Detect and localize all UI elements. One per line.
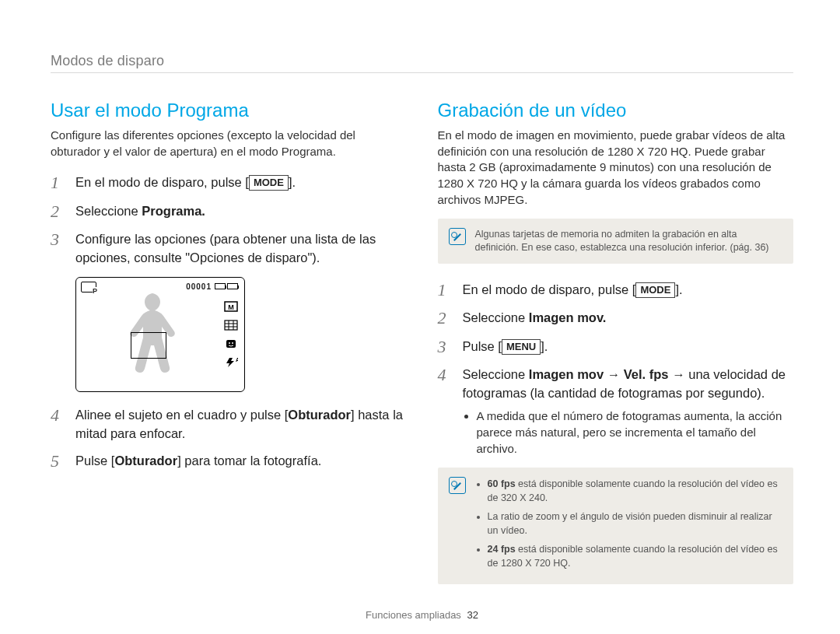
- step-text: En el modo de disparo, pulse [: [463, 282, 636, 296]
- step-body: Seleccione Imagen mov → Vel. fps → una v…: [463, 366, 794, 457]
- step-number: 2: [438, 309, 452, 328]
- steps-list: 1 En el modo de disparo, pulse [MODE]. 2…: [51, 173, 407, 267]
- step-number: 5: [51, 452, 65, 471]
- step-1: 1 En el modo de disparo, pulse [MODE].: [438, 281, 794, 299]
- mode-button-label: MODE: [635, 282, 675, 298]
- divider: [51, 72, 793, 73]
- step-body: Seleccione Programa.: [75, 202, 205, 221]
- step-number: 1: [51, 173, 65, 192]
- note-text: está disponible solamente cuando la reso…: [488, 544, 778, 569]
- step-text: Seleccione: [75, 204, 142, 218]
- step-3: 3 Configure las opciones (para obtener u…: [51, 230, 407, 268]
- step-number: 3: [51, 230, 65, 268]
- step-body: Seleccione Imagen mov.: [463, 309, 607, 328]
- step-text: ].: [541, 339, 548, 353]
- grid-icon: [224, 320, 238, 331]
- note-text: Algunas tarjetas de memoria no admiten l…: [475, 228, 783, 254]
- camera-side-indicators: M A: [224, 301, 238, 368]
- note-text: está disponible solamente cuando la reso…: [488, 478, 778, 503]
- menu-button-label: MENU: [502, 339, 541, 355]
- heading-video-record: Grabación de un vídeo: [438, 100, 794, 121]
- sub-bullet: A medida que el número de fotogramas aum…: [477, 408, 794, 457]
- note-bullet-list: 60 fps está disponible solamente cuando …: [488, 477, 783, 576]
- step-text: Seleccione: [463, 310, 529, 324]
- step-number: 1: [438, 281, 452, 299]
- step-number: 2: [51, 202, 65, 221]
- step-bold: Imagen mov: [529, 367, 604, 381]
- step-bold: Vel. fps: [624, 367, 669, 381]
- steps-list-cont: 4 Alinee el sujeto en el cuadro y pulse …: [51, 406, 407, 471]
- step-bold: Obturador: [114, 454, 177, 468]
- step-4: 4 Alinee el sujeto en el cuadro y pulse …: [51, 406, 407, 443]
- step-body: Pulse [MENU].: [463, 338, 548, 356]
- step-number: 3: [438, 338, 452, 356]
- program-mode-icon: [81, 282, 96, 292]
- step-1: 1 En el modo de disparo, pulse [MODE].: [51, 173, 407, 192]
- step-text: En el modo de disparo, pulse [: [75, 175, 249, 189]
- step-bold: Imagen mov.: [529, 310, 607, 324]
- sub-bullet-list: A medida que el número de fotogramas aum…: [477, 408, 794, 457]
- step-text: ] para tomar la fotografía.: [177, 454, 321, 468]
- note-bullet: 60 fps está disponible solamente cuando …: [488, 477, 783, 505]
- svg-rect-2: [225, 321, 237, 330]
- camera-screen-illustration: 00001 M: [75, 277, 407, 392]
- step-text: Pulse [: [463, 339, 502, 353]
- intro-text: Configure las diferentes opciones (excep…: [51, 128, 407, 159]
- left-column: Usar el modo Programa Configure las dife…: [51, 100, 407, 584]
- svg-point-8: [229, 342, 230, 344]
- step-text: Pulse [: [75, 454, 114, 468]
- step-text: ].: [675, 282, 682, 296]
- step-number: 4: [51, 406, 65, 443]
- image-size-icon: M: [224, 301, 238, 312]
- battery-icon: [227, 283, 238, 289]
- step-body: Pulse [Obturador] para tomar la fotograf…: [75, 452, 321, 471]
- note-bullet: 24 fps está disponible solamente cuando …: [488, 542, 783, 570]
- steps-list: 1 En el modo de disparo, pulse [MODE]. 2…: [438, 281, 794, 456]
- step-text: Seleccione: [463, 367, 529, 381]
- step-4: 4 Seleccione Imagen mov → Vel. fps → una…: [438, 366, 794, 457]
- step-text: Alinee el sujeto en el cuadro y pulse [: [75, 408, 288, 422]
- page-footer: Funciones ampliadas 32: [51, 609, 793, 621]
- step-2: 2 Seleccione Imagen mov.: [438, 309, 794, 328]
- mode-button-label: MODE: [249, 175, 289, 191]
- step-5: 5 Pulse [Obturador] para tomar la fotogr…: [51, 452, 407, 471]
- two-column-layout: Usar el modo Programa Configure las dife…: [51, 100, 793, 584]
- intro-text: En el modo de imagen en movimiento, pued…: [438, 128, 794, 208]
- svg-text:M: M: [228, 303, 234, 311]
- arrow: →: [604, 367, 624, 381]
- step-3: 3 Pulse [MENU].: [438, 338, 794, 356]
- svg-marker-10: [226, 358, 234, 367]
- shot-counter: 00001: [186, 282, 212, 291]
- step-text: ].: [289, 175, 296, 189]
- battery-icon: [215, 283, 226, 289]
- step-number: 4: [438, 366, 452, 457]
- note-bullet: La ratio de zoom y el ángulo de visión p…: [488, 510, 783, 538]
- step-bold: Programa.: [142, 204, 205, 218]
- focus-frame: [131, 332, 166, 359]
- heading-program-mode: Usar el modo Programa: [51, 100, 407, 121]
- step-body: Alinee el sujeto en el cuadro y pulse [O…: [75, 406, 407, 443]
- battery-icons: [215, 283, 238, 289]
- camera-lcd: 00001 M: [75, 277, 245, 392]
- svg-text:A: A: [236, 357, 238, 363]
- step-bold: Obturador: [288, 408, 351, 422]
- note-icon: [449, 477, 466, 494]
- right-column: Grabación de un vídeo En el modo de imag…: [438, 100, 794, 584]
- footer-section: Funciones ampliadas: [366, 609, 461, 621]
- svg-point-9: [232, 342, 233, 344]
- note-box-sdcard: Algunas tarjetas de memoria no admiten l…: [438, 219, 794, 264]
- face-detect-icon: [224, 338, 238, 349]
- breadcrumb: Modos de disparo: [51, 53, 793, 69]
- camera-status-bar: 00001: [186, 282, 238, 291]
- manual-page: Modos de disparo Usar el modo Programa C…: [0, 0, 840, 634]
- note-icon: [449, 228, 466, 245]
- flash-auto-icon: A: [224, 357, 238, 368]
- step-body: Configure las opciones (para obtener una…: [75, 230, 407, 268]
- note-box-fps: 60 fps está disponible solamente cuando …: [438, 468, 794, 585]
- step-body: En el modo de disparo, pulse [MODE].: [463, 281, 683, 299]
- note-bold: 24 fps: [488, 544, 516, 555]
- page-number: 32: [467, 609, 478, 621]
- step-body: En el modo de disparo, pulse [MODE].: [75, 173, 296, 192]
- step-2: 2 Seleccione Programa.: [51, 202, 407, 221]
- note-bold: 60 fps: [488, 478, 516, 489]
